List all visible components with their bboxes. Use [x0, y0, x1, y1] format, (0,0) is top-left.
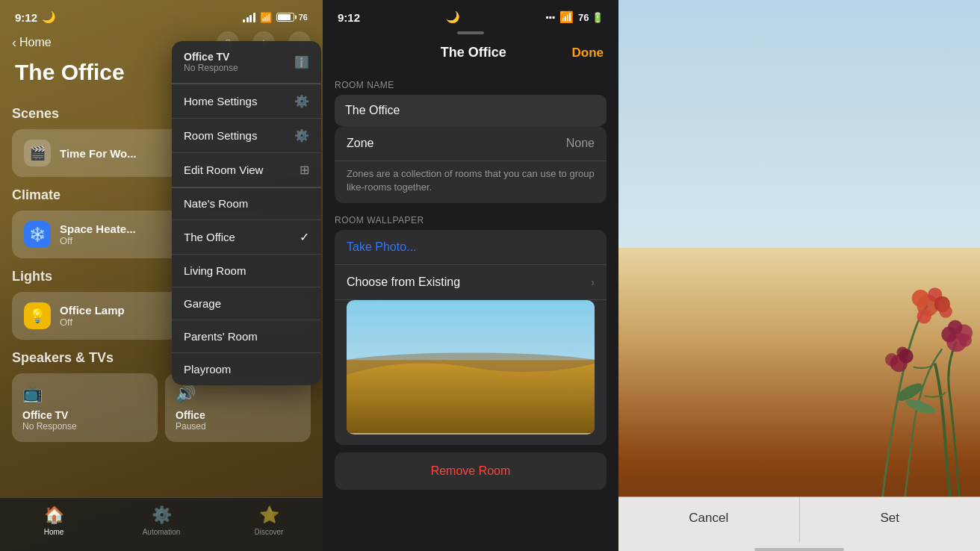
nates-room-label: Nate's Room	[184, 197, 248, 210]
speaker-icon: 🔊	[176, 384, 300, 403]
room-name-input[interactable]	[335, 95, 607, 126]
scene-icon-1: 🎬	[24, 140, 51, 166]
tab-bar-p1: 🏠 Home ⚙️ Automation ⭐ Discover	[0, 497, 323, 551]
take-photo-button[interactable]: Take Photo...	[335, 230, 607, 265]
garage-label: Garage	[184, 297, 221, 310]
living-room-label: Living Room	[184, 264, 246, 277]
tab-automation[interactable]: ⚙️ Automation	[108, 505, 215, 536]
room-name-field-label: ROOM NAME	[335, 80, 607, 90]
choose-existing-row[interactable]: Choose from Existing ›	[335, 265, 607, 300]
zone-value: None	[566, 137, 595, 150]
room-settings-icon: ⚙️	[294, 128, 309, 143]
signal-bar-1	[243, 19, 245, 22]
battery-icon-p1	[276, 13, 294, 22]
dropdown-header-text: Office TV No Response	[184, 51, 238, 73]
modal-sheet: 9:12 🌙 ▪▪▪ 📶 76 🔋 The Office Done ROOM N…	[323, 0, 618, 551]
signal-bar-4	[253, 13, 255, 22]
svg-point-12	[896, 347, 908, 358]
svg-point-18	[948, 320, 962, 334]
set-button-p3[interactable]: Set	[799, 497, 981, 542]
playroom-label: Playroom	[184, 363, 231, 376]
tab-home[interactable]: 🏠 Home	[0, 505, 108, 536]
back-button-p1[interactable]: ‹ Home	[12, 35, 52, 51]
status-time-p1: 9:12 🌙	[15, 10, 56, 24]
svg-point-7	[939, 305, 952, 317]
discover-tab-icon: ⭐	[259, 505, 279, 525]
svg-point-19	[959, 334, 972, 346]
modal-title: The Office	[375, 45, 572, 60]
edit-room-icon: ⊞	[300, 163, 309, 177]
back-label-p1: Home	[19, 36, 52, 49]
dropdown-nates-room[interactable]: Nate's Room	[172, 187, 321, 220]
speaker-name: Office	[176, 409, 300, 421]
home-tab-label: Home	[44, 528, 64, 536]
signal-bar-2	[246, 17, 249, 22]
dropdown-header: Office TV No Response ℹ️	[172, 41, 321, 84]
panel3-photo-picker: Cancel Set	[618, 0, 980, 551]
action-buttons-row: Cancel Set	[618, 496, 980, 542]
dropdown-menu: Office TV No Response ℹ️ Home Settings ⚙…	[172, 41, 321, 385]
choose-existing-chevron: ›	[591, 276, 595, 288]
automation-tab-label: Automation	[143, 528, 181, 536]
edit-room-view-label: Edit Room View	[184, 164, 263, 176]
discover-tab-label: Discover	[255, 528, 284, 536]
dropdown-edit-room-view[interactable]: Edit Room View ⊞	[172, 153, 321, 187]
time-display-p1: 9:12	[15, 11, 37, 24]
svg-point-11	[885, 353, 898, 366]
modal-body[interactable]: ROOM NAME Zone None Zones are a collecti…	[323, 68, 618, 551]
tv-icon: 📺	[22, 384, 147, 403]
parents-room-label: Parents' Room	[184, 330, 258, 343]
status-icons-p1: 📶 76	[243, 12, 308, 23]
zone-value-text: None	[566, 137, 595, 150]
moon-icon-p2: 🌙	[446, 10, 460, 24]
panel2-room-settings: 9:12 🌙 ▪▪▪ 📶 76 🔋 The Office Done ROOM N…	[323, 0, 618, 551]
dropdown-living-room[interactable]: Living Room	[172, 255, 321, 287]
dropdown-parents-room[interactable]: Parents' Room	[172, 320, 321, 353]
tab-discover[interactable]: ⭐ Discover	[215, 505, 323, 536]
zone-group: Zone None Zones are a collection of room…	[335, 126, 607, 203]
automation-tab-icon: ⚙️	[152, 505, 172, 525]
panel3-action-bar: Cancel Set	[618, 496, 980, 552]
dropdown-the-office[interactable]: The Office ✓	[172, 220, 321, 255]
dropdown-room-settings[interactable]: Room Settings ⚙️	[172, 119, 321, 153]
done-button[interactable]: Done	[572, 46, 604, 60]
info-icon: ℹ️	[294, 55, 309, 69]
tv-tile[interactable]: 📺 Office TV No Response	[12, 373, 158, 442]
room-settings-label: Room Settings	[184, 129, 257, 142]
wifi-icon-p1: 📶	[260, 12, 272, 23]
time-display-p2: 9:12	[338, 11, 360, 24]
dropdown-home-settings[interactable]: Home Settings ⚙️	[172, 84, 321, 119]
svg-point-4	[912, 290, 929, 307]
signal-icon-p1	[243, 13, 255, 22]
wallpaper-field-label: ROOM WALLPAPER	[335, 215, 607, 225]
modal-header: The Office Done	[323, 34, 618, 68]
cancel-button-p3[interactable]: Cancel	[618, 497, 799, 542]
status-bar-p1: 9:12 🌙 📶 76	[0, 0, 323, 27]
remove-room-button[interactable]: Remove Room	[335, 452, 607, 490]
zone-label: Zone	[347, 137, 373, 150]
zone-note: Zones are a collection of rooms that you…	[335, 161, 607, 203]
dropdown-garage[interactable]: Garage	[172, 287, 321, 320]
panel1-main-content: 9:12 🌙 📶 76 ‹ Home	[0, 0, 323, 551]
zone-row[interactable]: Zone None	[335, 126, 607, 161]
dropdown-device-name: Office TV	[184, 51, 238, 63]
wallpaper-preview-svg	[347, 300, 595, 435]
tv-name: Office TV	[22, 409, 147, 421]
tv-status: No Response	[22, 421, 147, 432]
battery-p2: 76 🔋	[578, 12, 604, 23]
home-tab-icon: 🏠	[44, 505, 64, 525]
home-settings-icon: ⚙️	[294, 94, 309, 108]
status-bar-p2: 9:12 🌙 ▪▪▪ 📶 76 🔋	[323, 0, 618, 24]
home-settings-label: Home Settings	[184, 95, 257, 108]
wallpaper-section: Take Photo... Choose from Existing ›	[335, 230, 607, 445]
lamp-icon: 💡	[24, 302, 51, 329]
battery-fill-p1	[278, 14, 291, 20]
signal-bar-3	[249, 15, 252, 22]
back-chevron-icon: ‹	[12, 35, 16, 51]
speaker-status: Paused	[176, 421, 300, 432]
choose-existing-label: Choose from Existing	[347, 276, 460, 289]
wallpaper-preview	[347, 300, 595, 435]
wifi-icon-p2: 📶	[559, 10, 574, 24]
svg-point-8	[917, 309, 931, 323]
dropdown-playroom[interactable]: Playroom	[172, 353, 321, 385]
